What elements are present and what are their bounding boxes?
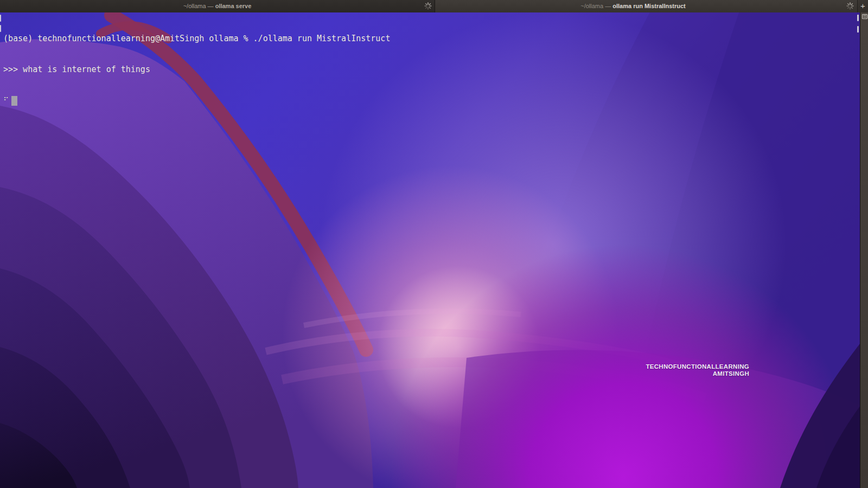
activity-spinner-icon (424, 2, 432, 10)
marks-panel-icon[interactable] (862, 14, 867, 19)
watermark-line2: AMITSINGH (646, 370, 749, 377)
pane-title-left-text: ~/ollama — ollama serve (0, 0, 435, 12)
pane-title-right-text: ~/ollama — ollama run MistralInstruct (435, 0, 831, 12)
new-tab-button[interactable]: + (857, 0, 868, 12)
terminal-cursor (11, 96, 17, 106)
command-mark-icon (0, 15, 1, 22)
pane-title-left-process: ollama serve (215, 3, 252, 9)
pane-title-right-path: ~/ollama — (580, 3, 612, 9)
scrollbar-track[interactable] (860, 12, 868, 488)
window-titlebar: ~/ollama — ollama serve ~/ollama — ollam… (0, 0, 868, 12)
command-mark-icon (0, 25, 1, 32)
command-mark-icon (857, 26, 859, 33)
ollama-spinner-glyph: ⠋ (3, 96, 9, 105)
pane-title-right-process: ollama run MistralInstruct (612, 3, 685, 9)
desktop: TECHNOFUNCTIONALLEARNING AMITSINGH ~/oll… (0, 0, 868, 488)
wallpaper-watermark: TECHNOFUNCTIONALLEARNING AMITSINGH (646, 363, 749, 377)
watermark-line1: TECHNOFUNCTIONALLEARNING (646, 363, 749, 370)
pane-title-left-path: ~/ollama — (183, 3, 215, 9)
terminal-command-line: (base) technofunctionallearning@AmitSing… (3, 34, 855, 44)
terminal-prompt-line: >>> what is internet of things (3, 65, 855, 75)
terminal-spinner-line: ⠋ (3, 95, 855, 106)
pane-title-left[interactable]: ~/ollama — ollama serve (0, 0, 435, 12)
pane-title-right[interactable]: ~/ollama — ollama run MistralInstruct (435, 0, 857, 12)
activity-spinner-icon (846, 2, 854, 10)
command-mark-icon (857, 15, 859, 21)
terminal-pane-left[interactable]: (base) technofunctionallearning@AmitSing… (3, 13, 855, 126)
